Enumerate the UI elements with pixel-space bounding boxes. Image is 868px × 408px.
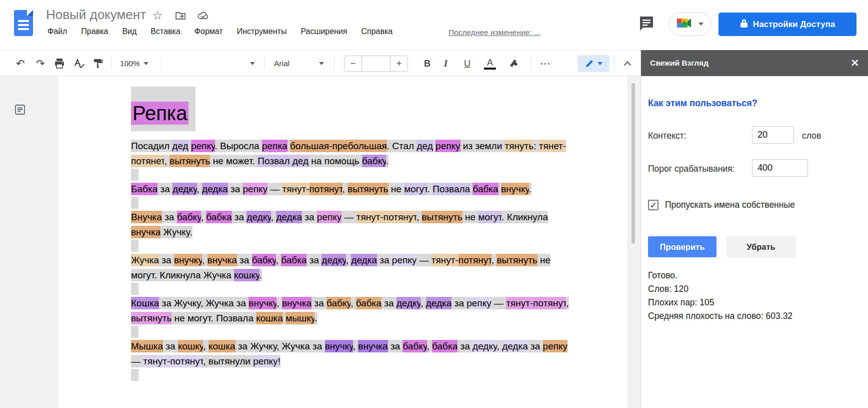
selected-text: . Стал (387, 140, 417, 152)
highlighted-word: потянут (310, 183, 342, 195)
addon-panel-title: Свежий Взгляд (650, 59, 708, 68)
share-settings-button[interactable]: Настройки Доступа (718, 13, 856, 36)
paragraph[interactable]: Внучка за бабку, бабка за дедку, дедка з… (131, 210, 574, 240)
document-page[interactable]: Репка Посадил дед репку. Выросла репка б… (58, 76, 628, 408)
fresh-look-addon-panel: Свежий Взгляд × Как этим пользоваться? К… (640, 50, 868, 408)
help-link[interactable]: Как этим пользоваться? (648, 98, 758, 109)
selected-heading-block: Репка (131, 87, 196, 131)
editing-mode-button[interactable] (578, 55, 610, 72)
highlighted-word: тянут-потянут (143, 355, 203, 367)
highlighted-word: дедка (426, 297, 452, 309)
selected-text: , (202, 254, 208, 266)
underline-button[interactable]: U (464, 51, 476, 77)
spellcheck-icon[interactable] (73, 51, 85, 77)
selected-text: за (159, 254, 174, 266)
styles-select[interactable] (170, 51, 255, 77)
menu-tools[interactable]: Инструменты (237, 27, 287, 36)
selected-linebreak-mark (131, 169, 138, 181)
move-folder-icon[interactable] (174, 9, 187, 22)
document-scrollbar[interactable] (632, 83, 635, 244)
text-color-button[interactable]: A (484, 56, 496, 72)
google-docs-app: Новый документ ☆ Файл Правка Вид Вставка (0, 0, 868, 408)
highlighted-word: внучка (131, 226, 160, 238)
menu-file[interactable]: Файл (48, 27, 67, 36)
highlighted-word: вытянуть (422, 211, 462, 223)
highlighted-word: мышку (286, 312, 314, 324)
close-panel-icon[interactable]: × (850, 56, 860, 69)
skip-proper-names-row[interactable]: ✓ Пропускать имена собственные (648, 200, 795, 210)
menubar: Файл Правка Вид Вставка Формат Инструмен… (48, 27, 392, 36)
font-size-input[interactable] (362, 56, 390, 71)
check-button[interactable]: Проверить (648, 236, 716, 257)
paragraph-gap (131, 240, 574, 253)
highlighted-word: тянут- (282, 183, 310, 195)
document-outline-icon[interactable] (14, 104, 26, 118)
cloud-saved-icon[interactable] (197, 9, 210, 22)
last-edit-link[interactable]: Последнее изменение: ... (448, 28, 540, 37)
paragraph[interactable]: Мышка за кошку, кошка за Жучку, Жучка за… (131, 339, 574, 369)
docs-logo-icon[interactable] (14, 10, 33, 36)
selected-text: ! (278, 355, 280, 367)
highlighted-word: репку (317, 211, 342, 223)
more-options-icon[interactable]: ⋯ (540, 58, 550, 70)
print-icon[interactable] (54, 51, 65, 77)
highlighted-word: дедку (396, 297, 420, 309)
paragraph[interactable]: Жучка за внучку, внучка за бабку, бабка … (131, 253, 574, 283)
highlighted-word: тянут- (432, 254, 458, 266)
highlighted-word: кошка (256, 312, 283, 324)
zoom-select[interactable]: 100% (120, 51, 148, 77)
italic-button[interactable]: I (444, 51, 456, 77)
font-select[interactable]: Arial (274, 51, 324, 77)
menu-insert[interactable]: Вставка (150, 27, 180, 36)
font-size-decrease-button[interactable]: − (344, 56, 362, 71)
selected-text: , (276, 297, 282, 309)
menu-edit[interactable]: Правка (81, 27, 108, 36)
redo-icon[interactable]: ↷ (36, 58, 45, 70)
share-settings-label: Настройки Доступа (753, 20, 835, 30)
font-size-control: − + (344, 56, 408, 72)
highlighted-word: потянут (458, 254, 492, 266)
comments-icon[interactable] (637, 14, 656, 32)
bold-button[interactable]: B (424, 51, 436, 77)
star-icon[interactable]: ☆ (151, 9, 164, 22)
menu-view[interactable]: Вид (122, 27, 136, 36)
paragraph[interactable]: Кошка за Жучку, Жучка за внучку, внучка … (131, 296, 574, 326)
highlighted-word: дедку (246, 211, 270, 223)
collapse-toolbar-icon[interactable] (622, 51, 633, 77)
highlighted-word: внучка (358, 340, 388, 352)
paragraph[interactable]: Бабка за дедку, дедка за репку — тянут-п… (131, 182, 574, 197)
highlighted-word: тянут- (506, 297, 533, 309)
highlighted-word: Бабка (131, 183, 158, 195)
highlighted-word: бабка (472, 183, 498, 195)
clear-button[interactable]: Убрать (726, 236, 796, 257)
font-size-increase-button[interactable]: + (390, 56, 408, 71)
undo-icon[interactable]: ↶ (16, 58, 25, 70)
highlight-color-icon[interactable] (508, 51, 520, 77)
document-area: Репка Посадил дед репку. Выросла репка б… (0, 76, 640, 408)
highlighted-word: внучку (501, 183, 529, 195)
highlighted-word: репку (243, 183, 268, 195)
toolbar-divider (531, 58, 532, 70)
menu-format[interactable]: Формат (194, 27, 223, 36)
selected-text: за (306, 254, 322, 266)
menu-extensions[interactable]: Расширения (300, 27, 347, 36)
document-title-field[interactable]: Новый документ (46, 7, 146, 23)
threshold-input[interactable] (752, 159, 808, 177)
highlighted-word: бабку (252, 254, 276, 266)
paragraph[interactable]: Посадил дед репку. Выросла репка большая… (131, 139, 574, 169)
selected-text: . (529, 183, 532, 195)
selected-text: за (162, 211, 177, 223)
selected-linebreak-mark (131, 326, 138, 338)
document-text[interactable]: Репка Посадил дед репку. Выросла репка б… (131, 87, 574, 382)
highlighted-word: могут (478, 211, 502, 223)
selected-linebreak-mark (131, 240, 138, 252)
selected-text: , (276, 254, 282, 266)
selected-text: за (228, 183, 243, 195)
menu-help[interactable]: Справка (361, 27, 392, 36)
skip-proper-names-checkbox[interactable]: ✓ (648, 200, 658, 210)
paint-format-icon[interactable] (93, 51, 104, 77)
highlighted-word: внучка (282, 297, 312, 309)
context-input[interactable] (752, 126, 794, 144)
meet-call-button[interactable] (668, 12, 712, 36)
app-header: Новый документ ☆ Файл Правка Вид Вставка (0, 0, 868, 50)
